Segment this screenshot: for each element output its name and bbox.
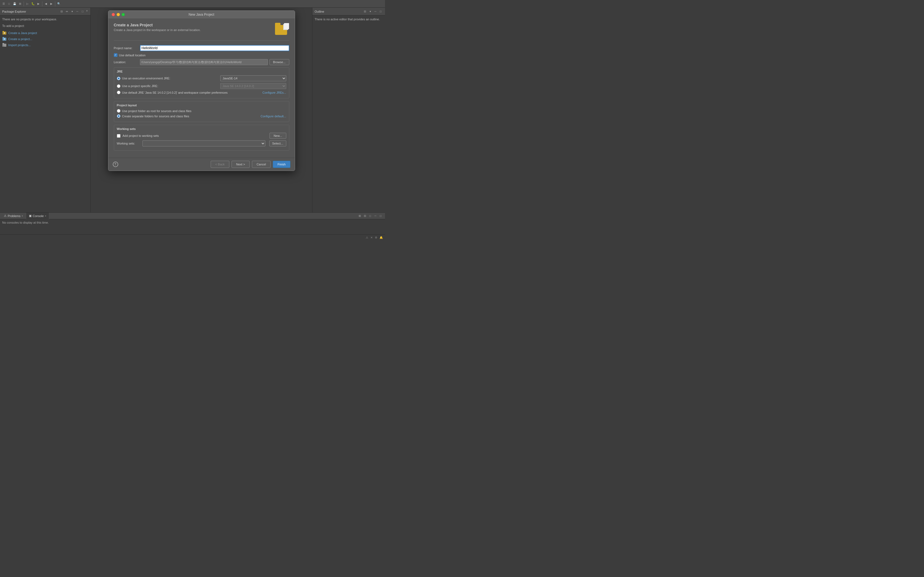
dialog-minimize-button[interactable] xyxy=(116,13,120,16)
tab-problems[interactable]: ⚠ Problems × xyxy=(1,213,26,219)
add-to-working-sets-label: Add project to working sets xyxy=(123,134,159,137)
svg-rect-7 xyxy=(2,43,4,44)
console-tab-close[interactable]: × xyxy=(45,214,46,218)
outline-empty-message: There is no active editor that provides … xyxy=(315,18,383,21)
link-create-project[interactable]: Create a project... xyxy=(2,37,88,41)
bottom-minimize-icon[interactable]: ─ xyxy=(373,214,378,218)
finish-button[interactable]: Finish xyxy=(273,161,290,168)
console-tab-icon: ▣ xyxy=(29,214,32,218)
close-panel-button[interactable]: × xyxy=(86,9,88,14)
folder-icon-papers xyxy=(283,24,288,30)
status-error-icon: ✕ xyxy=(370,236,373,239)
panel-header-icons: ⊟ ⇔ ▾ ─ □ × xyxy=(60,9,88,14)
new-working-set-button[interactable]: New... xyxy=(270,133,286,139)
toolbar-icon-run[interactable]: ▷ xyxy=(25,2,30,6)
toolbar-icon-save-all[interactable]: ⊞ xyxy=(18,2,23,6)
add-project-hint: To add a project: xyxy=(2,24,88,27)
jre-specific-select[interactable]: Java SE 14.0.2 [14.0.2] xyxy=(220,83,286,89)
status-notification-icon[interactable]: 🔔 xyxy=(380,236,383,239)
maximize-panel-icon[interactable]: □ xyxy=(80,9,85,14)
bottom-toolbar-icon-1[interactable]: ⊞ xyxy=(357,214,362,218)
jre-option2-label: Use a project specific JRE: xyxy=(122,84,219,88)
layout-option2-label: Create separate folders for sources and … xyxy=(122,114,259,118)
toolbar-icon-forward[interactable]: ▶ xyxy=(49,2,54,6)
bottom-maximize-icon[interactable]: □ xyxy=(378,214,383,218)
bottom-toolbar-icons: ⊞ ⊟ □ ─ □ xyxy=(357,214,384,218)
working-sets-section: Working sets Add project to working sets… xyxy=(114,125,289,151)
browse-button[interactable]: Browse... xyxy=(270,59,289,65)
layout-option1-radio[interactable] xyxy=(117,109,120,113)
dialog-overlay: New Java Project Create a Java Project C… xyxy=(91,8,312,213)
layout-section-title: Project layout xyxy=(117,103,286,107)
right-panel-outline: Outline ⊟ ▾ ─ □ There is no active edito… xyxy=(312,8,385,213)
jre-option3-row: Use default JRE 'Java SE 14.0.2 [14.0.2]… xyxy=(117,91,286,94)
project-icon xyxy=(2,37,6,41)
location-input[interactable] xyxy=(140,59,268,65)
dialog-body: Create a Java Project Create a Java proj… xyxy=(108,18,295,158)
link-create-java-project[interactable]: Create a Java project xyxy=(2,31,88,35)
toolbar-icon-save[interactable]: 💾 xyxy=(12,2,17,6)
panel-header-package-explorer: Package Explorer ⊟ ⇔ ▾ ─ □ × xyxy=(0,8,90,15)
console-message: No consoles to display at this time. xyxy=(2,221,48,224)
use-default-location-checkbox[interactable] xyxy=(114,53,118,57)
toolbar-icon-new[interactable]: □ xyxy=(6,2,11,6)
toolbar-sep-2 xyxy=(42,2,42,6)
tab-console[interactable]: ▣ Console × xyxy=(26,213,50,219)
left-panel-package-explorer: Package Explorer ⊟ ⇔ ▾ ─ □ × There are n… xyxy=(0,8,91,213)
jre-option1-radio[interactable] xyxy=(117,77,120,80)
panel-title-outline: Outline xyxy=(315,10,361,13)
link-import-projects[interactable]: ↓ Import projects... xyxy=(2,43,88,47)
link-editor-icon[interactable]: ⇔ xyxy=(65,9,69,14)
new-java-project-dialog: New Java Project Create a Java Project C… xyxy=(108,10,295,171)
working-sets-select-row: Working sets: Select... xyxy=(117,140,286,147)
outline-maximize-icon[interactable]: □ xyxy=(378,9,383,14)
jre-section-title: JRE xyxy=(117,70,286,73)
jre-environment-select[interactable]: JavaSE-14 xyxy=(220,75,286,81)
outline-view-menu-icon[interactable]: ▾ xyxy=(368,9,372,14)
project-name-input[interactable] xyxy=(140,45,289,51)
dialog-close-button[interactable] xyxy=(111,13,115,16)
outline-minimize-icon[interactable]: ─ xyxy=(373,9,378,14)
toolbar-icon-debug[interactable]: 🐛 xyxy=(31,2,36,6)
empty-workspace-message: There are no projects in your workspace. xyxy=(2,18,88,21)
configure-default-link[interactable]: Configure default... xyxy=(261,114,286,118)
collapse-all-icon[interactable]: ⊟ xyxy=(60,9,64,14)
project-layout-section: Project layout Use project folder as roo… xyxy=(114,101,289,122)
ide-main: Package Explorer ⊟ ⇔ ▾ ─ □ × There are n… xyxy=(0,8,385,213)
bottom-toolbar-icon-2[interactable]: ⊟ xyxy=(363,214,367,218)
status-settings-icon[interactable]: ⚙ xyxy=(375,236,377,239)
panel-title-package-explorer: Package Explorer xyxy=(2,10,58,13)
configure-jres-link[interactable]: Configure JREs... xyxy=(262,91,286,94)
status-warning-icon: ⚠ xyxy=(366,236,368,239)
java-project-icon xyxy=(2,31,6,35)
working-sets-checkbox-row: Add project to working sets New... xyxy=(117,133,286,139)
toolbar-icon-run2[interactable]: ▶ xyxy=(36,2,41,6)
outline-panel-icons: ⊟ ▾ ─ □ xyxy=(363,9,383,14)
toolbar: ☰ □ 💾 ⊞ ▷ 🐛 ▶ ◀ ▶ 🔍 xyxy=(0,0,385,8)
toolbar-icon-back[interactable]: ◀ xyxy=(44,2,48,6)
jre-option2-radio[interactable] xyxy=(117,84,120,88)
jre-section: JRE Use an execution environment JRE: Ja… xyxy=(114,67,289,98)
next-button[interactable]: Next > xyxy=(231,161,250,168)
select-working-sets-button[interactable]: Select... xyxy=(269,140,286,147)
minimize-panel-icon[interactable]: ─ xyxy=(75,9,79,14)
jre-option3-radio[interactable] xyxy=(117,91,120,94)
cancel-button[interactable]: Cancel xyxy=(252,161,271,168)
back-button[interactable]: < Back xyxy=(211,161,229,168)
toolbar-icon-menu[interactable]: ☰ xyxy=(1,2,6,6)
toolbar-sep-1 xyxy=(24,2,24,6)
working-sets-select[interactable] xyxy=(142,140,265,147)
wizard-header: Create a Java Project Create a Java proj… xyxy=(114,23,289,41)
toolbar-icon-search[interactable]: 🔍 xyxy=(57,2,61,6)
outline-collapse-icon[interactable]: ⊟ xyxy=(363,9,367,14)
dialog-maximize-button[interactable] xyxy=(121,13,125,16)
add-to-working-sets-checkbox[interactable] xyxy=(117,134,120,138)
bottom-toolbar-icon-3[interactable]: □ xyxy=(368,214,372,218)
view-menu-icon[interactable]: ▾ xyxy=(70,9,74,14)
help-button[interactable]: ? xyxy=(113,161,118,167)
wizard-header-text: Create a Java Project Create a Java proj… xyxy=(114,23,275,32)
working-sets-label: Working sets: xyxy=(117,142,140,145)
status-bar: ⚠ ✕ ⚙ 🔔 xyxy=(0,234,385,240)
layout-option2-radio[interactable] xyxy=(117,114,120,118)
problems-tab-close[interactable]: × xyxy=(21,214,23,218)
